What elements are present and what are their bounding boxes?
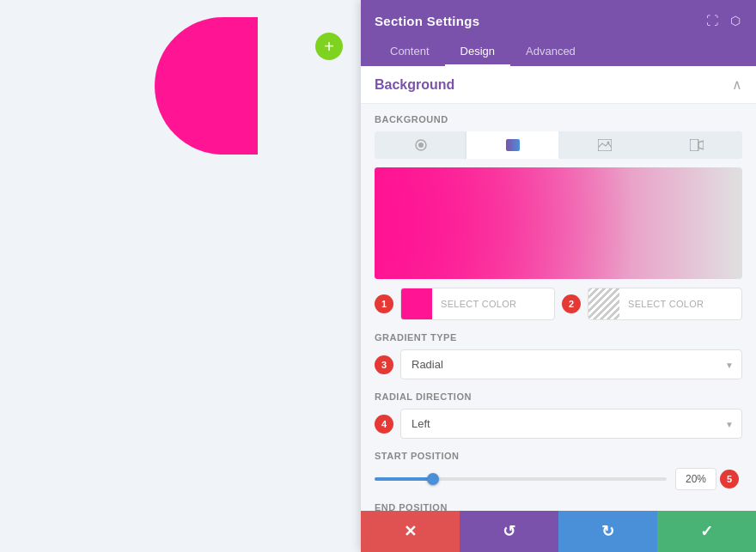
end-position-section: End Position 6	[375, 502, 742, 511]
background-section-content: Background	[361, 104, 756, 511]
background-section-title: Background	[375, 77, 454, 93]
collapse-background-button[interactable]: ∧	[732, 76, 742, 93]
confirm-button[interactable]: ✓	[657, 511, 756, 552]
side-icon-button[interactable]: ⬡	[729, 12, 742, 29]
panel-header: Section Settings ⛶ ⬡ Content Design Adva…	[361, 0, 756, 66]
tab-content[interactable]: Content	[375, 38, 445, 66]
expand-icon-button[interactable]: ⛶	[704, 12, 720, 29]
panel-title-row: Section Settings ⛶ ⬡	[375, 12, 742, 29]
start-position-row: 5	[375, 468, 742, 490]
image-icon	[598, 139, 612, 151]
start-position-thumb[interactable]	[427, 473, 439, 485]
section-settings-panel: Section Settings ⛶ ⬡ Content Design Adva…	[361, 0, 756, 552]
svg-point-4	[607, 142, 609, 144]
start-position-section: Start Position 5	[375, 451, 742, 490]
svg-rect-2	[506, 139, 520, 151]
bg-type-gradient-tab[interactable]	[466, 131, 558, 159]
tab-advanced[interactable]: Advanced	[510, 38, 591, 66]
radial-direction-select[interactable]: Left Center Right Top Bottom	[400, 409, 742, 439]
add-section-button[interactable]: +	[315, 33, 343, 60]
panel-title: Section Settings	[375, 14, 479, 28]
gradient-icon	[506, 139, 520, 151]
radial-direction-section: Radial Direction 4 Left Center Right Top…	[375, 391, 742, 439]
radial-direction-label: Radial Direction	[375, 391, 742, 402]
badge-4: 4	[375, 415, 393, 434]
background-type-tabs	[375, 131, 742, 159]
color-picker-2: Select Color	[588, 288, 742, 320]
bg-type-image-tab[interactable]	[558, 131, 650, 159]
start-position-label: Start Position	[375, 451, 742, 461]
start-position-value-box: 5	[675, 468, 742, 490]
gradient-type-row: 3 Radial Linear Conic ▼	[375, 349, 742, 379]
svg-rect-5	[690, 139, 698, 151]
tab-design[interactable]: Design	[445, 38, 510, 66]
start-position-fill	[375, 477, 433, 481]
gradient-type-label: Gradient Type	[375, 332, 742, 343]
left-area	[0, 0, 361, 552]
badge-2: 2	[562, 294, 581, 313]
radial-direction-row: 4 Left Center Right Top Bottom ▼	[375, 409, 742, 439]
color-2-label[interactable]: Select Color	[619, 299, 741, 309]
color-pickers-row: 1 Select Color 2 Select Color	[375, 288, 742, 320]
bg-type-video-tab[interactable]	[650, 131, 742, 159]
color-swatch-2[interactable]	[588, 288, 619, 319]
bottom-toolbar: ✕ ↺ ↻ ✓	[361, 511, 756, 552]
panel-body: Background ∧ Background	[361, 66, 756, 511]
svg-point-1	[418, 143, 424, 148]
gradient-type-select[interactable]: Radial Linear Conic	[400, 349, 742, 379]
bg-type-color-tab[interactable]	[375, 131, 466, 159]
badge-3: 3	[375, 355, 393, 374]
end-position-label: End Position	[375, 502, 742, 511]
color-1-label[interactable]: Select Color	[432, 299, 554, 309]
gradient-type-select-wrapper: Radial Linear Conic ▼	[400, 349, 742, 379]
radial-direction-select-wrapper: Left Center Right Top Bottom ▼	[400, 409, 742, 439]
badge-1: 1	[375, 294, 393, 313]
color-picker-1: Select Color	[400, 288, 555, 320]
color-swatch-1[interactable]	[401, 288, 432, 319]
background-field-label: Background	[375, 114, 742, 124]
start-position-track	[375, 477, 667, 481]
gradient-preview	[375, 167, 742, 279]
undo-button[interactable]: ↺	[460, 511, 558, 552]
panel-icon-group: ⛶ ⬡	[704, 12, 742, 29]
gradient-preview-inner	[375, 167, 742, 279]
video-icon	[690, 139, 704, 151]
start-position-value-input[interactable]	[675, 468, 716, 490]
color-icon	[414, 138, 428, 152]
panel-tabs: Content Design Advanced	[375, 38, 742, 66]
redo-button[interactable]: ↻	[558, 511, 657, 552]
background-section-header: Background ∧	[361, 66, 756, 104]
start-position-slider-track[interactable]	[375, 470, 667, 488]
pink-semicircle-decoration	[155, 17, 258, 155]
badge-5: 5	[720, 470, 739, 488]
gradient-type-section: Gradient Type 3 Radial Linear Conic ▼	[375, 332, 742, 379]
cancel-button[interactable]: ✕	[361, 511, 460, 552]
